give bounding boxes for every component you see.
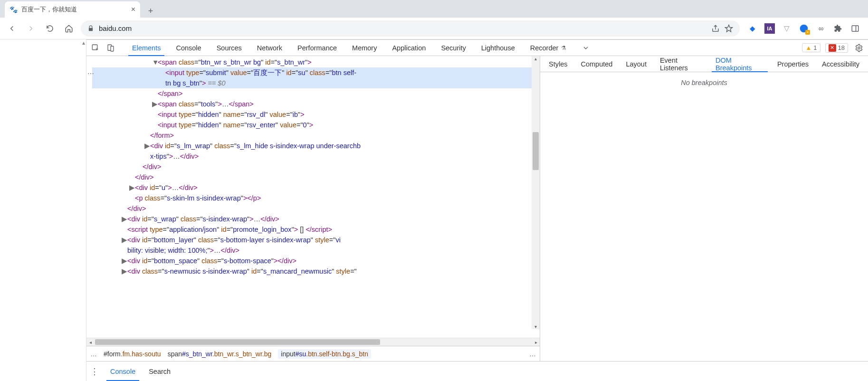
extension-icon[interactable]: IA xyxy=(764,23,775,34)
extension-icon[interactable]: ∞ xyxy=(816,23,826,34)
node-actions-icon[interactable]: ⋯ xyxy=(87,68,94,79)
dom-node[interactable]: <p class="s-skin-lm s-isindex-wrap"></p> xyxy=(92,193,540,203)
dom-node[interactable]: ▶<div id="bottom_space" class="s-bottom-… xyxy=(92,256,540,266)
forward-button[interactable] xyxy=(24,21,38,36)
side-panel-button[interactable] xyxy=(850,23,860,34)
dom-node[interactable]: bility: visible; width: 100%;">…</div> xyxy=(92,245,540,256)
devtools-tab-recorder[interactable]: Recorder⚗ xyxy=(523,40,574,56)
settings-button[interactable] xyxy=(853,42,865,54)
drawer-tab-search[interactable]: Search xyxy=(142,362,177,381)
expand-toggle-icon[interactable]: ▶ xyxy=(122,256,127,266)
horizontal-scrollbar[interactable]: ◂ ▸ xyxy=(86,338,540,346)
more-tabs-button[interactable] xyxy=(580,42,592,54)
dom-node[interactable]: <input type="hidden" name="rsv_dl" value… xyxy=(92,109,540,120)
device-toolbar-button[interactable] xyxy=(105,42,117,54)
side-tab-event-listeners[interactable]: Event Listeners xyxy=(653,56,709,72)
scroll-left-arrow[interactable]: ◂ xyxy=(86,338,94,346)
scroll-down-arrow[interactable]: ▾ xyxy=(532,324,540,329)
warnings-badge[interactable]: ▲ 1 xyxy=(802,43,820,52)
lock-icon xyxy=(87,25,94,32)
warning-count: 1 xyxy=(813,44,817,51)
drawer-menu-button[interactable]: ⋮ xyxy=(90,366,99,377)
new-tab-button[interactable]: + xyxy=(144,4,157,18)
extensions-button[interactable] xyxy=(833,23,843,34)
devtools-tab-network[interactable]: Network xyxy=(249,40,290,56)
devtools-tab-lighthouse[interactable]: Lighthouse xyxy=(474,40,523,56)
dom-tree[interactable]: ▼<span class="btn_wr s_btn_wr bg" id="s_… xyxy=(86,56,540,338)
expand-toggle-icon[interactable]: ▶ xyxy=(152,99,158,109)
scrollbar-thumb[interactable] xyxy=(95,339,380,345)
dom-node[interactable]: tn bg s_btn"> == $0 xyxy=(92,78,540,88)
side-tab-layout[interactable]: Layout xyxy=(619,56,653,72)
extension-icons: ◆ IA ▽ × ∞ xyxy=(744,23,863,34)
devtools-tab-performance[interactable]: Performance xyxy=(290,40,344,56)
errors-badge[interactable]: ✕ 18 xyxy=(825,43,848,53)
expand-toggle-icon[interactable]: ▶ xyxy=(144,141,150,151)
side-tab-styles[interactable]: Styles xyxy=(542,56,574,72)
expand-toggle-icon[interactable]: ▼ xyxy=(152,57,158,67)
scrollbar-thumb[interactable] xyxy=(533,132,539,170)
dom-node[interactable]: </form> xyxy=(92,130,540,141)
svg-rect-1 xyxy=(852,26,858,31)
close-tab-icon[interactable]: × xyxy=(131,5,135,14)
dom-node[interactable]: </div> xyxy=(92,162,540,172)
browser-toolbar: baidu.com ◆ IA ▽ × ∞ xyxy=(0,18,868,39)
scroll-up-icon[interactable]: ▴ xyxy=(82,39,85,46)
expand-toggle-icon[interactable]: ▶ xyxy=(122,266,127,276)
vertical-scrollbar[interactable]: ▴ ▾ xyxy=(532,56,540,329)
dom-node[interactable]: ▶<span class="tools">…</span> xyxy=(92,99,540,109)
no-breakpoints-message: No breakpoints xyxy=(681,79,727,86)
devtools-tab-sources[interactable]: Sources xyxy=(209,40,249,56)
devtools-tab-elements[interactable]: Elements xyxy=(124,40,168,56)
scroll-right-arrow[interactable]: ▸ xyxy=(532,338,540,346)
dom-node[interactable]: x-tips">…</div> xyxy=(92,151,540,162)
error-icon: ✕ xyxy=(829,44,836,52)
breadcrumb-item[interactable]: span#s_btn_wr.btn_wr.s_btn_wr.bg xyxy=(168,350,272,358)
scroll-up-arrow[interactable]: ▴ xyxy=(532,56,540,61)
warning-icon: ▲ xyxy=(805,44,811,51)
dom-node[interactable]: </div> xyxy=(92,172,540,182)
side-tab-dom-breakpoints[interactable]: DOM Breakpoints xyxy=(709,56,771,72)
dom-node[interactable]: </div> xyxy=(92,203,540,214)
home-button[interactable] xyxy=(62,21,76,36)
inspect-element-button[interactable] xyxy=(89,42,102,54)
breadcrumb-overflow-right[interactable]: … xyxy=(529,350,536,358)
url-text: baidu.com xyxy=(99,24,132,32)
extension-icon[interactable]: ▽ xyxy=(782,23,792,34)
dom-node[interactable]: ▶<div id="s_lm_wrap" class="s_lm_hide s-… xyxy=(92,141,540,151)
side-tab-computed[interactable]: Computed xyxy=(574,56,620,72)
expand-toggle-icon[interactable]: ▶ xyxy=(122,214,127,224)
dom-node[interactable]: ⋯<input type="submit" value="百度一下" id="s… xyxy=(92,67,540,78)
drawer-tab-console[interactable]: Console xyxy=(104,362,142,381)
reload-button[interactable] xyxy=(43,21,57,36)
browser-tab[interactable]: 🐾 百度一下，你就知道 × xyxy=(5,1,140,18)
address-bar[interactable]: baidu.com xyxy=(81,20,740,37)
share-icon[interactable] xyxy=(711,24,720,33)
dom-breadcrumbs: … #form.fm.has-soutuspan#s_btn_wr.btn_wr… xyxy=(86,346,540,361)
extension-icon[interactable]: ◆ xyxy=(747,23,758,34)
dom-node[interactable]: ▼<span class="btn_wr s_btn_wr bg" id="s_… xyxy=(92,57,540,67)
dom-node[interactable]: <script type="application/json" id="prom… xyxy=(92,224,540,235)
side-tab-accessibility[interactable]: Accessibility xyxy=(815,56,866,72)
devtools-tab-security[interactable]: Security xyxy=(433,40,473,56)
dom-node[interactable]: </span> xyxy=(92,88,540,99)
breadcrumb-overflow-left[interactable]: … xyxy=(90,350,97,358)
dom-node[interactable]: ▶<div id="bottom_layer" class="s-bottom-… xyxy=(92,235,540,245)
dom-node[interactable]: ▶<div id="u">…</div> xyxy=(92,182,540,193)
error-count: 18 xyxy=(838,44,845,51)
breadcrumb-item[interactable]: #form.fm.has-soutu xyxy=(104,350,161,358)
favicon-icon: 🐾 xyxy=(10,6,18,13)
devtools-tab-memory[interactable]: Memory xyxy=(344,40,384,56)
side-tab-properties[interactable]: Properties xyxy=(771,56,815,72)
expand-toggle-icon[interactable]: ▶ xyxy=(122,235,127,245)
devtools-tab-console[interactable]: Console xyxy=(168,40,209,56)
bookmark-icon[interactable] xyxy=(725,24,733,33)
dom-node[interactable]: ▶<div class="s-newmusic s-isindex-wrap" … xyxy=(92,266,540,276)
extension-icon[interactable]: × xyxy=(799,23,809,34)
back-button[interactable] xyxy=(5,21,19,36)
dom-node[interactable]: ▶<div id="s_wrap" class="s-isindex-wrap"… xyxy=(92,214,540,224)
devtools-tab-application[interactable]: Application xyxy=(384,40,433,56)
dom-node[interactable]: <input type="hidden" name="rsv_enter" va… xyxy=(92,120,540,130)
breadcrumb-item[interactable]: input#su.btn.self-btn.bg.s_btn xyxy=(278,349,371,359)
expand-toggle-icon[interactable]: ▶ xyxy=(129,182,135,193)
